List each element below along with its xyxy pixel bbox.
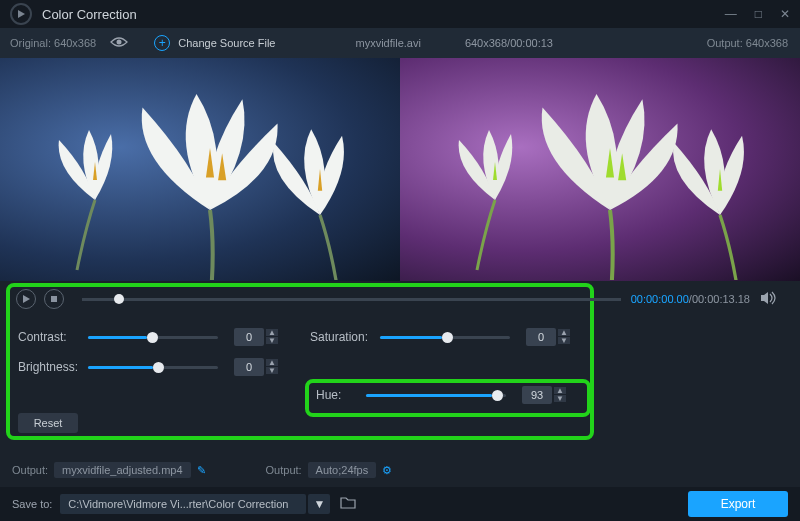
brightness-slider[interactable] <box>88 366 218 369</box>
hue-stepper[interactable]: ▲▼ <box>554 387 566 403</box>
format-settings-icon[interactable]: ⚙ <box>382 464 392 477</box>
brightness-row: Brightness: 0 ▲▼ <box>18 357 278 377</box>
seek-knob[interactable] <box>114 294 124 304</box>
playback-time: 00:00:00.00/00:00:13.18 <box>631 293 750 305</box>
open-folder-icon[interactable] <box>340 496 356 512</box>
saveto-label: Save to: <box>12 498 52 510</box>
save-path-input[interactable]: C:\Vidmore\Vidmore Vi...rter\Color Corre… <box>60 494 306 514</box>
svg-marker-2 <box>23 295 30 303</box>
output-size-label: Output: 640x368 <box>707 37 788 49</box>
output-config-row: Output: myxvidfile_adjusted.mp4 ✎ Output… <box>12 459 788 481</box>
add-source-icon[interactable]: + <box>154 35 170 51</box>
saturation-row: Saturation: 0 ▲▼ <box>310 327 570 347</box>
saturation-label: Saturation: <box>310 330 380 344</box>
save-path-dropdown[interactable]: ▼ <box>308 494 330 514</box>
original-size-label: Original: 640x368 <box>10 37 96 49</box>
controls-panel: 00:00:00.00/00:00:13.18 Contrast: 0 ▲▼ S… <box>0 281 800 441</box>
hue-label: Hue: <box>316 388 366 402</box>
contrast-slider[interactable] <box>88 336 218 339</box>
play-button[interactable] <box>16 289 36 309</box>
saturation-stepper[interactable]: ▲▼ <box>558 329 570 345</box>
contrast-stepper[interactable]: ▲▼ <box>266 329 278 345</box>
preview-original <box>0 58 400 281</box>
stop-button[interactable] <box>44 289 64 309</box>
svg-rect-3 <box>51 296 57 302</box>
saturation-slider[interactable] <box>380 336 510 339</box>
preview-area <box>0 58 800 281</box>
saturation-value[interactable]: 0 <box>526 328 556 346</box>
contrast-label: Contrast: <box>18 330 88 344</box>
brightness-label: Brightness: <box>18 360 88 374</box>
hue-row: Hue: 93 ▲▼ <box>316 385 566 405</box>
volume-icon[interactable] <box>760 291 776 308</box>
export-button[interactable]: Export <box>688 491 788 517</box>
preview-adjusted <box>400 58 800 281</box>
footer-bar: Save to: C:\Vidmore\Vidmore Vi...rter\Co… <box>0 487 800 521</box>
preview-toggle-icon[interactable] <box>110 36 128 50</box>
output-filename[interactable]: myxvidfile_adjusted.mp4 <box>54 462 190 478</box>
titlebar: Color Correction — □ ✕ <box>0 0 800 28</box>
source-filename: myxvidfile.avi <box>355 37 420 49</box>
maximize-button[interactable]: □ <box>755 7 762 21</box>
reset-button[interactable]: Reset <box>18 413 78 433</box>
output-format-label: Output: <box>266 464 302 476</box>
window-title: Color Correction <box>42 7 725 22</box>
hue-value[interactable]: 93 <box>522 386 552 404</box>
info-bar: Original: 640x368 + Change Source File m… <box>0 28 800 58</box>
minimize-button[interactable]: — <box>725 7 737 21</box>
svg-marker-0 <box>18 10 25 18</box>
contrast-value[interactable]: 0 <box>234 328 264 346</box>
hue-slider[interactable] <box>366 394 506 397</box>
close-button[interactable]: ✕ <box>780 7 790 21</box>
brightness-value[interactable]: 0 <box>234 358 264 376</box>
seek-bar[interactable] <box>82 298 621 301</box>
contrast-row: Contrast: 0 ▲▼ <box>18 327 278 347</box>
playback-row: 00:00:00.00/00:00:13.18 <box>16 289 776 309</box>
edit-filename-icon[interactable]: ✎ <box>197 464 206 477</box>
app-logo-icon <box>10 3 32 25</box>
output-format[interactable]: Auto;24fps <box>308 462 377 478</box>
svg-point-1 <box>117 40 122 45</box>
output-file-label: Output: <box>12 464 48 476</box>
source-dimensions-duration: 640x368/00:00:13 <box>465 37 553 49</box>
brightness-stepper[interactable]: ▲▼ <box>266 359 278 375</box>
change-source-button[interactable]: Change Source File <box>178 37 275 49</box>
